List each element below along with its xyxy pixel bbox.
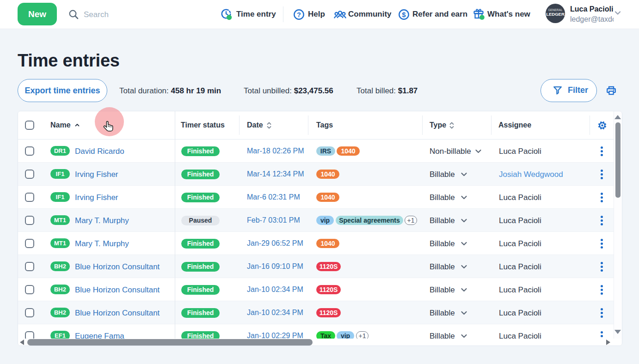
svg-text:?: ? xyxy=(297,11,301,18)
svg-text:$: $ xyxy=(402,11,406,18)
